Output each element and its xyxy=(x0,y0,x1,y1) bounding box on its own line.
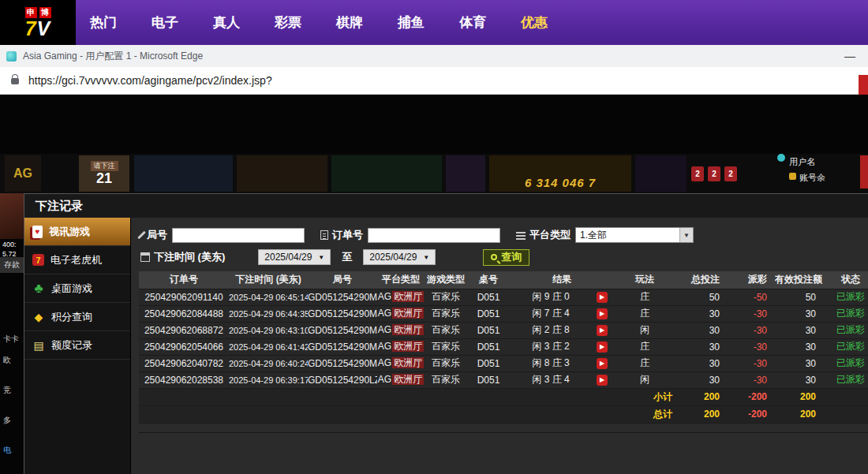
deposit-fragment: 存款 xyxy=(0,257,24,273)
dealer-avatar xyxy=(0,193,26,239)
platform-type: AG欧洲厅 xyxy=(377,371,425,388)
replay-button[interactable]: ▶ xyxy=(597,375,608,386)
platform-select[interactable]: 1.全部 ▼ xyxy=(575,227,694,243)
sum-total-bet: 200 xyxy=(675,388,728,405)
site-navbar: 申 博 7V 热门 电子 真人 彩票 棋牌 捕鱼 体育 优惠 xyxy=(0,0,868,45)
total-bet: 30 xyxy=(675,322,728,338)
status-badge: 已派彩 xyxy=(824,289,868,305)
round-id: GD051254290M3 xyxy=(308,338,377,355)
game-type: 百家乐 xyxy=(425,338,467,355)
limit-value: 400: xyxy=(2,241,17,248)
modal-body: ♥ 视讯游戏 7 电子老虎机 ♣ 桌面游戏 ◆ 积分查询 xyxy=(24,218,868,474)
countdown-value: 21 xyxy=(96,171,112,187)
sidebar-fragment: 多 xyxy=(3,415,11,426)
sidebar-item-label: 桌面游戏 xyxy=(51,282,92,296)
chip: 2 xyxy=(724,166,737,181)
nav-item-chess[interactable]: 棋牌 xyxy=(336,13,363,32)
result: 闲 3 庄 2▶ xyxy=(510,338,614,355)
result: 闲 3 庄 4▶ xyxy=(510,371,614,388)
chevron-down-icon: ▼ xyxy=(318,254,324,261)
nav-item-slots[interactable]: 电子 xyxy=(152,13,178,32)
sidebar-item-live-games[interactable]: ♥ 视讯游戏 xyxy=(24,218,130,246)
replay-button[interactable]: ▶ xyxy=(597,342,608,353)
platform-type: AG欧洲厅 xyxy=(377,338,425,355)
sidebar-fragment: 竞 xyxy=(3,385,11,396)
result-text: 闲 8 庄 3 xyxy=(510,356,592,370)
replay-button[interactable]: ▶ xyxy=(597,358,608,369)
nav-item-sports[interactable]: 体育 xyxy=(459,13,486,32)
game-type: 百家乐 xyxy=(425,371,467,388)
filter-row-1: 局号 订单号 平台类型 1.全部 ▼ xyxy=(140,224,868,246)
payout: -30 xyxy=(728,322,775,338)
sidebar-item-credit-records[interactable]: ▤ 额度记录 xyxy=(24,331,130,360)
sidebar-item-slots[interactable]: 7 电子老虎机 xyxy=(24,246,130,274)
status-badge: 已派彩 xyxy=(824,355,868,371)
chip-tiles: 2 2 2 xyxy=(691,155,742,192)
nav-item-promo[interactable]: 优惠 xyxy=(521,13,548,32)
bet-row: 2504290620911402025-04-29 06:45:14GD0512… xyxy=(139,289,868,305)
slot-machine-icon: 7 xyxy=(32,254,44,266)
replay-button[interactable]: ▶ xyxy=(597,325,608,336)
date-to-value: 2025/04/29 xyxy=(369,252,417,263)
table-number: D051 xyxy=(467,289,510,305)
game-type: 百家乐 xyxy=(425,289,467,305)
nav-item-live[interactable]: 真人 xyxy=(213,13,240,32)
round-label: 局号 xyxy=(147,228,167,242)
date-from-picker[interactable]: 2025/04/29 ▼ xyxy=(258,249,331,265)
valid-bet: 30 xyxy=(775,322,824,338)
diamond-icon: ◆ xyxy=(32,311,45,323)
date-from-value: 2025/04/29 xyxy=(264,252,312,263)
list-icon xyxy=(516,231,526,240)
bet-row: 2504290620407822025-04-29 06:40:24GD0512… xyxy=(139,355,868,371)
valid-bet: 50 xyxy=(775,289,824,305)
pencil-icon xyxy=(137,231,146,240)
bet-time: 2025-04-29 06:40:24 xyxy=(229,355,308,371)
search-button-label: 查询 xyxy=(501,250,522,264)
filter-panel: 局号 订单号 平台类型 1.全部 ▼ xyxy=(131,218,868,271)
sidebar-item-points[interactable]: ◆ 积分查询 xyxy=(24,303,130,331)
date-to-picker[interactable]: 2025/04/29 ▼ xyxy=(363,249,436,265)
sidebar-item-label: 视讯游戏 xyxy=(49,225,90,239)
bet-prompt-label: 请下注 xyxy=(91,161,118,171)
search-button[interactable]: 查询 xyxy=(483,249,529,266)
valid-bet: 30 xyxy=(775,305,824,322)
replay-button[interactable]: ▶ xyxy=(597,308,608,319)
game-type: 百家乐 xyxy=(425,322,467,338)
sum-payout: -200 xyxy=(728,405,775,423)
order-id: 250429062028538 xyxy=(139,371,229,388)
column-header: 订单号 xyxy=(139,271,229,289)
bet-row: 2504290620844882025-04-29 06:44:35GD0512… xyxy=(139,305,868,322)
payout: -30 xyxy=(728,355,775,371)
page-edge-red-strip xyxy=(859,75,868,95)
logo-tag: 申 xyxy=(25,7,37,18)
bet-table-header: 订单号下注时间 (美东)局号平台类型游戏类型桌号结果玩法总投注派彩有效投注额状态 xyxy=(139,271,868,289)
column-header: 有效投注额 xyxy=(775,271,824,289)
modal-title: 下注记录 xyxy=(24,194,868,218)
filter-row-2: 下注时间 (美东) 2025/04/29 ▼ 至 2025/04/29 ▼ xyxy=(140,246,868,268)
minimize-button[interactable]: — xyxy=(844,50,862,62)
column-header: 平台类型 xyxy=(377,271,425,289)
nav-item-fishing[interactable]: 捕鱼 xyxy=(398,13,425,32)
bet-time: 2025-04-29 06:44:35 xyxy=(229,305,308,322)
sidebar-fragment: 欧 xyxy=(3,355,11,366)
order-id: 250429062054066 xyxy=(139,338,229,355)
result-text: 闲 7 庄 4 xyxy=(510,307,592,320)
table-number: D051 xyxy=(467,355,510,371)
column-header: 游戏类型 xyxy=(425,271,467,289)
platform-select-value: 1.全部 xyxy=(580,229,607,242)
document-icon xyxy=(320,230,328,240)
bet-time: 2025-04-29 06:43:10 xyxy=(229,322,308,338)
nav-item-lottery[interactable]: 彩票 xyxy=(275,13,301,32)
modal-sidebar: ♥ 视讯游戏 7 电子老虎机 ♣ 桌面游戏 ◆ 积分查询 xyxy=(24,218,131,474)
round-id: GD051254290M8 xyxy=(308,289,377,305)
round-id: GD051254290M7 xyxy=(308,305,377,322)
hall-badge: 欧洲厅 xyxy=(392,357,424,368)
nav-item-hot[interactable]: 热门 xyxy=(90,13,117,32)
replay-button[interactable]: ▶ xyxy=(597,292,608,303)
round-input[interactable] xyxy=(172,228,305,243)
url-text[interactable]: https://gci.7vvvvvv.com/agingame/pcv2/in… xyxy=(28,74,272,87)
order-input[interactable] xyxy=(368,228,500,243)
site-logo[interactable]: 申 博 7V xyxy=(0,0,76,45)
sidebar-item-table-games[interactable]: ♣ 桌面游戏 xyxy=(24,274,130,303)
platform-type-label: 平台类型 xyxy=(529,228,571,242)
